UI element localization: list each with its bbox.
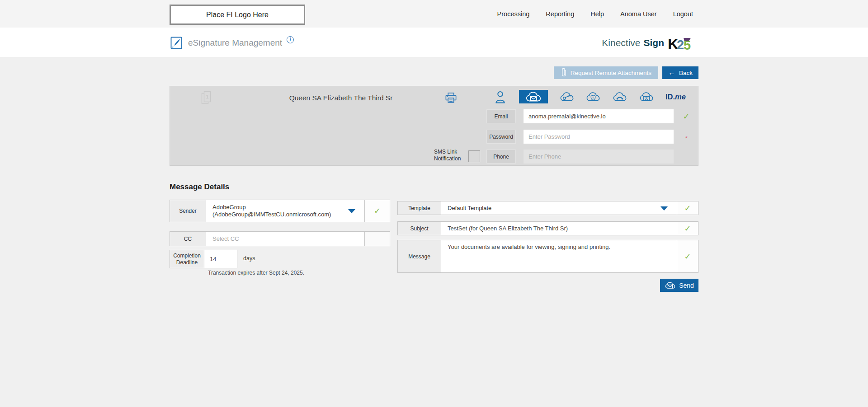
sender-row: Sender AdobeGroup (AdobeGroup@IMMTestCU.…: [170, 200, 390, 222]
back-button[interactable]: ← Back: [662, 66, 698, 79]
svg-text:5: 5: [684, 38, 691, 52]
send-envelope-cloud-icon: [665, 281, 676, 290]
sender-label: Sender: [170, 200, 206, 222]
subject-input[interactable]: [448, 225, 661, 232]
back-label: Back: [679, 70, 693, 76]
back-arrow-icon: ←: [668, 69, 675, 76]
kba-auth-icon[interactable]: ?: [585, 90, 601, 103]
top-bar: Place FI Logo Here Processing Reporting …: [0, 0, 868, 28]
message-textarea[interactable]: Your documents are available for viewing…: [448, 243, 670, 270]
email-field-label: Email: [486, 109, 516, 123]
in-person-signer-icon[interactable]: [492, 90, 508, 103]
sms-link-notification-label: SMS Link Notification: [434, 149, 467, 162]
message-label: Message: [398, 240, 441, 272]
nav-reporting[interactable]: Reporting: [546, 10, 574, 18]
template-label: Template: [398, 201, 441, 215]
request-remote-attachments-label: Request Remote Attachments: [571, 70, 651, 76]
subject-label: Subject: [398, 222, 441, 235]
idme-auth-icon[interactable]: ID.me: [665, 90, 686, 103]
sender-value-email: (AdobeGroup@IMMTestCU.onmicrosoft.com): [212, 211, 349, 218]
request-remote-attachments-button[interactable]: Request Remote Attachments: [554, 66, 658, 79]
svg-text:2: 2: [677, 37, 684, 52]
fi-logo-placeholder: Place FI Logo Here: [170, 5, 305, 25]
email-delivery-icon[interactable]: [519, 90, 548, 103]
template-dropdown-caret-icon: [660, 206, 668, 211]
template-valid-check-icon: ✓: [684, 203, 691, 213]
phone-field-label: Phone: [486, 150, 516, 164]
sender-dropdown[interactable]: AdobeGroup (AdobeGroup@IMMTestCU.onmicro…: [206, 200, 364, 222]
print-icon[interactable]: [444, 91, 458, 104]
password-auth-icon[interactable]: [559, 90, 575, 103]
nav-anoma-user[interactable]: Anoma User: [620, 10, 657, 18]
header-left: x eSignature Management i: [170, 28, 294, 58]
kinective-k25-logo-icon: K 2 5: [668, 36, 693, 52]
phone-field-row: Phone: [486, 150, 699, 164]
template-dropdown[interactable]: Default Template: [441, 201, 677, 215]
brand-sign-text: Sign: [644, 37, 665, 48]
recipient-panel: 1 Queen SA Elizabeth The Third Sr: [170, 86, 698, 166]
action-toolbar: Request Remote Attachments ← Back: [170, 66, 698, 79]
fi-logo-text: Place FI Logo Here: [206, 11, 269, 19]
top-navigation: Processing Reporting Help Anoma User Log…: [497, 0, 693, 28]
send-label: Send: [679, 282, 694, 289]
sender-value-name: AdobeGroup: [212, 204, 349, 211]
phone-input[interactable]: [524, 150, 674, 164]
recipient-name: Queen SA Elizabeth The Third Sr: [170, 94, 512, 102]
cc-label: CC: [170, 232, 206, 246]
password-field-label: Password: [486, 130, 516, 144]
delivery-method-tabs: ? ID.me: [492, 90, 686, 103]
nav-processing[interactable]: Processing: [497, 10, 530, 18]
message-valid-check-icon: ✓: [684, 252, 691, 262]
brand-kinective-text: Kinective: [602, 37, 640, 48]
cc-row: CC: [170, 231, 390, 246]
svg-text:x: x: [172, 45, 174, 48]
nav-help[interactable]: Help: [590, 10, 604, 18]
completion-deadline-input[interactable]: [204, 250, 237, 268]
page-title: eSignature Management: [188, 38, 282, 48]
password-field-row: Password *: [486, 130, 699, 144]
idme-bold-text: ID.: [665, 93, 675, 101]
template-value: Default Template: [448, 205, 661, 212]
app-header: x eSignature Management i Kinective Sign…: [0, 28, 868, 58]
message-details-section: Message Details Sender AdobeGroup (Adobe…: [170, 182, 698, 298]
paperclip-icon: [561, 68, 566, 78]
password-required-icon: *: [685, 134, 688, 142]
message-row: Message Your documents are available for…: [397, 240, 698, 273]
template-row: Template Default Template ✓: [397, 201, 698, 215]
message-details-heading: Message Details: [170, 182, 698, 192]
completion-deadline-unit: days: [243, 255, 255, 262]
sms-link-notification-checkbox[interactable]: [468, 150, 480, 162]
completion-deadline-label: Completion Deadline: [170, 250, 204, 268]
nav-logout[interactable]: Logout: [673, 10, 693, 18]
sender-dropdown-caret-icon: [348, 209, 355, 213]
phone-auth-icon[interactable]: [612, 90, 627, 103]
password-input[interactable]: [524, 130, 674, 144]
email-input[interactable]: [524, 109, 674, 123]
sender-valid-check-icon: ✓: [374, 206, 381, 216]
subject-valid-check-icon: ✓: [684, 224, 691, 234]
email-field-row: Email ✓: [486, 109, 699, 123]
subject-row: Subject ✓: [397, 221, 698, 235]
idme-italic-text: me: [675, 93, 686, 101]
send-button[interactable]: Send: [660, 279, 698, 292]
photo-id-auth-icon[interactable]: [639, 90, 654, 103]
brand-logo: Kinective Sign K 2 5: [602, 28, 693, 58]
svg-text:?: ?: [593, 96, 594, 99]
email-valid-check-icon: ✓: [683, 112, 689, 122]
cc-input[interactable]: [212, 235, 349, 242]
esignature-document-pen-icon: x: [170, 36, 183, 50]
info-icon[interactable]: i: [287, 36, 294, 43]
expiry-note: Transaction expires after Sept 24, 2025.: [208, 270, 304, 276]
